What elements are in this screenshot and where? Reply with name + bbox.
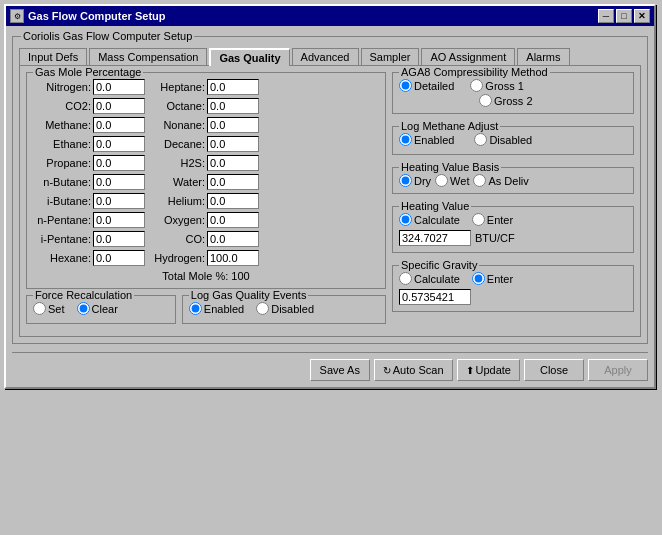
tab-advanced[interactable]: Advanced (292, 48, 359, 66)
hv-calc-radio[interactable] (399, 213, 412, 226)
hv-basis-group: Heating Value Basis Dry Wet (392, 167, 634, 194)
hvb-wet-text: Wet (450, 175, 469, 187)
lma-enabled-radio[interactable] (399, 133, 412, 146)
tab-gas-quality[interactable]: Gas Quality (209, 48, 289, 66)
aga8-detailed-text: Detailed (414, 80, 454, 92)
field-ipentane: i-Pentane: (33, 231, 145, 247)
oxygen-input[interactable] (207, 212, 259, 228)
fr-set-radio[interactable] (33, 302, 46, 315)
tab-sampler[interactable]: Sampler (361, 48, 420, 66)
hv-enter-text: Enter (487, 214, 513, 226)
octane-input[interactable] (207, 98, 259, 114)
sg-enter-label[interactable]: Enter (472, 272, 513, 285)
aga8-row2: Gross 2 (399, 94, 627, 107)
heating-value-input[interactable] (399, 230, 471, 246)
methane-input[interactable] (93, 117, 145, 133)
field-methane: Methane: (33, 117, 145, 133)
tab-mass-comp[interactable]: Mass Compensation (89, 48, 207, 66)
auto-scan-label: Auto Scan (393, 364, 444, 376)
decane-input[interactable] (207, 136, 259, 152)
aga8-gross1-radio[interactable] (470, 79, 483, 92)
scan-icon: ↻ (383, 365, 391, 376)
ibutane-input[interactable] (93, 193, 145, 209)
lma-disabled-radio[interactable] (474, 133, 487, 146)
co2-input[interactable] (93, 98, 145, 114)
hvb-wet-label[interactable]: Wet (435, 174, 469, 187)
co-input[interactable] (207, 231, 259, 247)
hvb-wet-radio[interactable] (435, 174, 448, 187)
lma-disabled-text: Disabled (489, 134, 532, 146)
helium-input[interactable] (207, 193, 259, 209)
maximize-button[interactable]: □ (616, 9, 632, 23)
aga8-detailed-radio[interactable] (399, 79, 412, 92)
log-gas-quality-radios: Enabled Disabled (189, 302, 379, 315)
window-icon: ⚙ (10, 9, 24, 23)
fr-clear-radio-label[interactable]: Clear (77, 302, 118, 315)
nitrogen-label: Nitrogen: (33, 81, 91, 93)
fr-clear-radio[interactable] (77, 302, 90, 315)
aga8-gross2-label[interactable]: Gross 2 (479, 94, 533, 107)
total-mole: Total Mole %: 100 (33, 270, 379, 282)
lgq-disabled-radio-label[interactable]: Disabled (256, 302, 314, 315)
lgq-enabled-text: Enabled (204, 303, 244, 315)
nitrogen-input[interactable] (93, 79, 145, 95)
lma-disabled-label[interactable]: Disabled (474, 133, 532, 146)
npentane-input[interactable] (93, 212, 145, 228)
tab-alarms[interactable]: Alarms (517, 48, 569, 66)
hvb-asdeliv-label[interactable]: As Deliv (473, 174, 528, 187)
field-propane: Propane: (33, 155, 145, 171)
octane-label: Octane: (153, 100, 205, 112)
propane-input[interactable] (93, 155, 145, 171)
hv-enter-radio[interactable] (472, 213, 485, 226)
hvb-dry-label[interactable]: Dry (399, 174, 431, 187)
field-ethane: Ethane: (33, 136, 145, 152)
sg-input[interactable] (399, 289, 471, 305)
update-button[interactable]: ⬆ Update (457, 359, 520, 381)
sg-calc-radio[interactable] (399, 272, 412, 285)
ethane-input[interactable] (93, 136, 145, 152)
sg-calc-label[interactable]: Calculate (399, 272, 460, 285)
hvb-asdeliv-radio[interactable] (473, 174, 486, 187)
ipentane-input[interactable] (93, 231, 145, 247)
btu-label: BTU/CF (475, 232, 515, 244)
tab-input-defs[interactable]: Input Defs (19, 48, 87, 66)
minimize-button[interactable]: ─ (598, 9, 614, 23)
field-heptane: Heptane: (153, 79, 259, 95)
hv-calc-label[interactable]: Calculate (399, 213, 460, 226)
hvb-dry-radio[interactable] (399, 174, 412, 187)
heptane-input[interactable] (207, 79, 259, 95)
tab-ao-assignment[interactable]: AO Assignment (421, 48, 515, 66)
close-button[interactable]: ✕ (634, 9, 650, 23)
hydrogen-input[interactable] (207, 250, 259, 266)
hexane-label: Hexane: (33, 252, 91, 264)
lgq-enabled-radio-label[interactable]: Enabled (189, 302, 244, 315)
auto-scan-button[interactable]: ↻ Auto Scan (374, 359, 453, 381)
gas-mole-label: Gas Mole Percentage (33, 66, 143, 78)
sg-enter-radio[interactable] (472, 272, 485, 285)
nonane-input[interactable] (207, 117, 259, 133)
hv-enter-label[interactable]: Enter (472, 213, 513, 226)
aga8-detailed-label[interactable]: Detailed (399, 79, 454, 92)
nbutane-input[interactable] (93, 174, 145, 190)
aga8-gross2-radio[interactable] (479, 94, 492, 107)
fr-set-radio-label[interactable]: Set (33, 302, 65, 315)
field-nitrogen: Nitrogen: (33, 79, 145, 95)
co2-label: CO2: (33, 100, 91, 112)
hexane-input[interactable] (93, 250, 145, 266)
lma-enabled-label[interactable]: Enabled (399, 133, 454, 146)
footer-buttons: Save As ↻ Auto Scan ⬆ Update Close Apply (12, 352, 648, 381)
lgq-disabled-radio[interactable] (256, 302, 269, 315)
apply-button[interactable]: Apply (588, 359, 648, 381)
right-sections: AGA8 Compressibility Method Detailed Gro… (392, 72, 634, 318)
water-input[interactable] (207, 174, 259, 190)
lgq-enabled-radio[interactable] (189, 302, 202, 315)
close-button-footer[interactable]: Close (524, 359, 584, 381)
sg-enter-text: Enter (487, 273, 513, 285)
field-octane: Octane: (153, 98, 259, 114)
aga8-gross1-label[interactable]: Gross 1 (470, 79, 524, 92)
field-decane: Decane: (153, 136, 259, 152)
h2s-input[interactable] (207, 155, 259, 171)
save-as-button[interactable]: Save As (310, 359, 370, 381)
heating-value-group: Heating Value Calculate Enter (392, 206, 634, 253)
aga8-group: AGA8 Compressibility Method Detailed Gro… (392, 72, 634, 114)
